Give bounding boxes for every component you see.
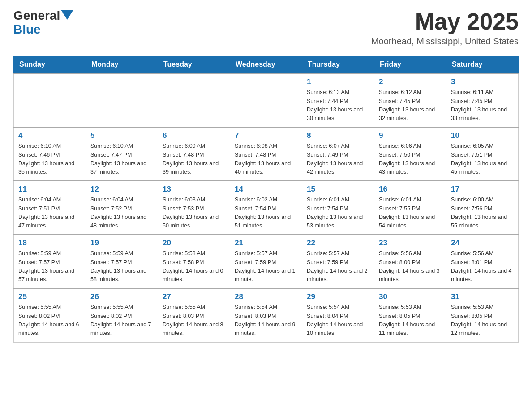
calendar-cell (230, 73, 302, 127)
calendar-table: SundayMondayTuesdayWednesdayThursdayFrid… (13, 56, 519, 342)
day-info: Sunrise: 6:11 AM Sunset: 7:45 PM Dayligh… (451, 88, 514, 123)
day-number: 19 (90, 239, 153, 248)
calendar-cell: 10Sunrise: 6:05 AM Sunset: 7:51 PM Dayli… (446, 127, 519, 181)
calendar-cell: 15Sunrise: 6:01 AM Sunset: 7:54 PM Dayli… (302, 181, 374, 235)
calendar-cell: 27Sunrise: 5:55 AM Sunset: 8:03 PM Dayli… (158, 288, 230, 342)
day-number: 12 (90, 185, 153, 194)
calendar-cell (158, 73, 230, 127)
day-number: 14 (235, 185, 297, 194)
calendar-cell: 21Sunrise: 5:57 AM Sunset: 7:59 PM Dayli… (230, 235, 302, 288)
calendar-header-wednesday: Wednesday (230, 56, 302, 74)
day-info: Sunrise: 6:12 AM Sunset: 7:45 PM Dayligh… (379, 88, 442, 123)
title-block: May 2025 Moorhead, Mississippi, United S… (371, 9, 519, 47)
calendar-header-monday: Monday (86, 56, 158, 74)
calendar-cell: 22Sunrise: 5:57 AM Sunset: 7:59 PM Dayli… (302, 235, 374, 288)
day-info: Sunrise: 5:56 AM Sunset: 8:01 PM Dayligh… (451, 249, 514, 284)
calendar-cell: 16Sunrise: 6:01 AM Sunset: 7:55 PM Dayli… (374, 181, 446, 235)
day-number: 25 (18, 292, 81, 301)
day-number: 8 (307, 131, 369, 140)
day-info: Sunrise: 6:09 AM Sunset: 7:48 PM Dayligh… (163, 142, 225, 177)
calendar-cell: 24Sunrise: 5:56 AM Sunset: 8:01 PM Dayli… (446, 235, 519, 288)
calendar-week-row: 1Sunrise: 6:13 AM Sunset: 7:44 PM Daylig… (14, 73, 519, 127)
day-number: 5 (90, 131, 153, 140)
day-info: Sunrise: 6:10 AM Sunset: 7:46 PM Dayligh… (18, 142, 81, 177)
day-number: 27 (163, 292, 225, 301)
calendar-cell: 31Sunrise: 5:53 AM Sunset: 8:05 PM Dayli… (446, 288, 519, 342)
calendar-cell: 29Sunrise: 5:54 AM Sunset: 8:04 PM Dayli… (302, 288, 374, 342)
day-info: Sunrise: 6:05 AM Sunset: 7:51 PM Dayligh… (451, 142, 514, 177)
day-info: Sunrise: 6:04 AM Sunset: 7:52 PM Dayligh… (90, 196, 153, 231)
day-info: Sunrise: 6:01 AM Sunset: 7:55 PM Dayligh… (379, 196, 442, 231)
day-info: Sunrise: 5:57 AM Sunset: 7:59 PM Dayligh… (235, 249, 297, 284)
calendar-cell: 2Sunrise: 6:12 AM Sunset: 7:45 PM Daylig… (374, 73, 446, 127)
day-number: 7 (235, 131, 297, 140)
calendar-cell: 20Sunrise: 5:58 AM Sunset: 7:58 PM Dayli… (158, 235, 230, 288)
calendar-cell: 19Sunrise: 5:59 AM Sunset: 7:57 PM Dayli… (86, 235, 158, 288)
day-info: Sunrise: 5:54 AM Sunset: 8:04 PM Dayligh… (307, 303, 369, 338)
day-number: 16 (379, 185, 442, 194)
day-number: 21 (235, 239, 297, 248)
page-header: General Blue May 2025 Moorhead, Mississi… (13, 9, 519, 47)
day-number: 30 (379, 292, 442, 301)
day-info: Sunrise: 6:02 AM Sunset: 7:54 PM Dayligh… (235, 196, 297, 231)
day-number: 2 (379, 77, 442, 86)
day-info: Sunrise: 5:53 AM Sunset: 8:05 PM Dayligh… (379, 303, 442, 338)
day-number: 17 (451, 185, 514, 194)
calendar-header-thursday: Thursday (302, 56, 374, 74)
logo-blue-text: Blue (13, 23, 73, 37)
day-number: 9 (379, 131, 442, 140)
day-number: 11 (18, 185, 81, 194)
calendar-cell: 18Sunrise: 5:59 AM Sunset: 7:57 PM Dayli… (14, 235, 86, 288)
calendar-cell: 17Sunrise: 6:00 AM Sunset: 7:56 PM Dayli… (446, 181, 519, 235)
day-number: 20 (163, 239, 225, 248)
day-number: 4 (18, 131, 81, 140)
month-year-title: May 2025 (371, 9, 519, 34)
day-number: 26 (90, 292, 153, 301)
logo-general-text: General (13, 9, 60, 23)
day-info: Sunrise: 6:13 AM Sunset: 7:44 PM Dayligh… (307, 88, 369, 123)
calendar-cell: 28Sunrise: 5:54 AM Sunset: 8:03 PM Dayli… (230, 288, 302, 342)
day-info: Sunrise: 6:01 AM Sunset: 7:54 PM Dayligh… (307, 196, 369, 231)
day-number: 29 (307, 292, 369, 301)
calendar-cell: 3Sunrise: 6:11 AM Sunset: 7:45 PM Daylig… (446, 73, 519, 127)
day-number: 13 (163, 185, 225, 194)
calendar-cell: 26Sunrise: 5:55 AM Sunset: 8:02 PM Dayli… (86, 288, 158, 342)
day-number: 10 (451, 131, 514, 140)
day-info: Sunrise: 5:56 AM Sunset: 8:00 PM Dayligh… (379, 249, 442, 284)
day-info: Sunrise: 5:57 AM Sunset: 7:59 PM Dayligh… (307, 249, 369, 284)
calendar-cell (14, 73, 86, 127)
day-info: Sunrise: 5:55 AM Sunset: 8:03 PM Dayligh… (163, 303, 225, 338)
calendar-week-row: 18Sunrise: 5:59 AM Sunset: 7:57 PM Dayli… (14, 235, 519, 288)
day-info: Sunrise: 6:10 AM Sunset: 7:47 PM Dayligh… (90, 142, 153, 177)
calendar-cell: 12Sunrise: 6:04 AM Sunset: 7:52 PM Dayli… (86, 181, 158, 235)
day-info: Sunrise: 5:59 AM Sunset: 7:57 PM Dayligh… (90, 249, 153, 284)
day-number: 28 (235, 292, 297, 301)
day-info: Sunrise: 6:06 AM Sunset: 7:50 PM Dayligh… (379, 142, 442, 177)
day-number: 15 (307, 185, 369, 194)
day-info: Sunrise: 5:55 AM Sunset: 8:02 PM Dayligh… (18, 303, 81, 338)
calendar-cell: 6Sunrise: 6:09 AM Sunset: 7:48 PM Daylig… (158, 127, 230, 181)
calendar-cell: 30Sunrise: 5:53 AM Sunset: 8:05 PM Dayli… (374, 288, 446, 342)
calendar-header-friday: Friday (374, 56, 446, 74)
day-number: 18 (18, 239, 81, 248)
logo: General Blue (13, 9, 73, 37)
calendar-cell: 9Sunrise: 6:06 AM Sunset: 7:50 PM Daylig… (374, 127, 446, 181)
calendar-cell: 11Sunrise: 6:04 AM Sunset: 7:51 PM Dayli… (14, 181, 86, 235)
day-number: 3 (451, 77, 514, 86)
calendar-cell (86, 73, 158, 127)
calendar-header-row: SundayMondayTuesdayWednesdayThursdayFrid… (14, 56, 519, 74)
day-info: Sunrise: 5:59 AM Sunset: 7:57 PM Dayligh… (18, 249, 81, 284)
day-info: Sunrise: 6:08 AM Sunset: 7:48 PM Dayligh… (235, 142, 297, 177)
calendar-header-saturday: Saturday (446, 56, 519, 74)
day-info: Sunrise: 5:53 AM Sunset: 8:05 PM Dayligh… (451, 303, 514, 338)
location-subtitle: Moorhead, Mississippi, United States (371, 36, 519, 47)
calendar-cell: 25Sunrise: 5:55 AM Sunset: 8:02 PM Dayli… (14, 288, 86, 342)
day-info: Sunrise: 6:04 AM Sunset: 7:51 PM Dayligh… (18, 196, 81, 231)
calendar-cell: 1Sunrise: 6:13 AM Sunset: 7:44 PM Daylig… (302, 73, 374, 127)
calendar-week-row: 4Sunrise: 6:10 AM Sunset: 7:46 PM Daylig… (14, 127, 519, 181)
day-info: Sunrise: 5:58 AM Sunset: 7:58 PM Dayligh… (163, 249, 225, 284)
day-number: 6 (163, 131, 225, 140)
day-info: Sunrise: 5:55 AM Sunset: 8:02 PM Dayligh… (90, 303, 153, 338)
calendar-cell: 23Sunrise: 5:56 AM Sunset: 8:00 PM Dayli… (374, 235, 446, 288)
day-number: 22 (307, 239, 369, 248)
